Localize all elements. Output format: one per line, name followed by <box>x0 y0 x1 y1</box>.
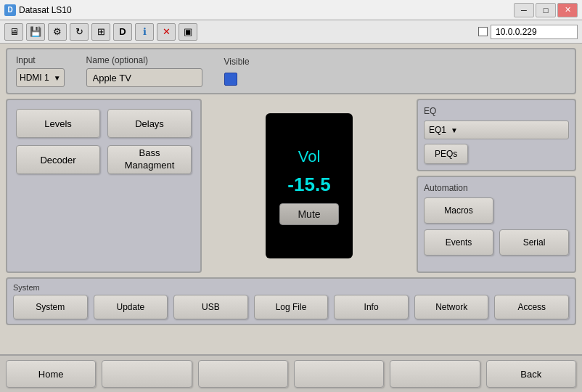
close-button[interactable]: ✕ <box>557 3 578 17</box>
peqs-button[interactable]: PEQs <box>424 144 468 164</box>
window-controls: ─ □ ✕ <box>514 3 578 17</box>
usb-button[interactable]: USB <box>173 295 248 319</box>
app-icon: D <box>4 4 16 16</box>
footer-btn-5[interactable] <box>390 360 480 388</box>
visible-label: Visible <box>224 57 250 67</box>
system-button[interactable]: System <box>13 295 88 319</box>
top-panel: Input HDMI 1 ▼ Name (optional) Visible <box>6 48 576 94</box>
maximize-button[interactable]: □ <box>536 3 556 17</box>
toolbar-save-icon[interactable]: 💾 <box>26 23 45 41</box>
macros-button[interactable]: Macros <box>424 197 493 224</box>
ip-address-input[interactable] <box>491 25 578 39</box>
middle-row: Levels Delays Decoder Bass Managment Vol… <box>6 99 576 273</box>
system-panel: System System Update USB Log File Info N… <box>6 277 576 325</box>
home-button[interactable]: Home <box>6 360 96 388</box>
right-panels: EQ EQ1 ▼ PEQs Automation Macros Events S… <box>417 99 576 273</box>
info-button[interactable]: Info <box>334 295 409 319</box>
name-group: Name (optional) <box>86 55 202 87</box>
eq-select[interactable]: EQ1 ▼ <box>424 121 569 139</box>
bass-management-button[interactable]: Bass Managment <box>107 145 192 174</box>
volume-display: Vol -15.5 Mute <box>266 113 353 258</box>
input-label: Input <box>16 55 36 65</box>
toolbar-d-icon[interactable]: D <box>113 23 132 41</box>
input-value: HDMI 1 <box>20 73 49 83</box>
volume-panel: Vol -15.5 Mute <box>206 99 412 273</box>
toolbar: 🖥 💾 ⚙ ↻ ⊞ D ℹ ✕ ▣ <box>0 20 582 44</box>
visible-checkbox[interactable] <box>224 73 237 86</box>
vol-value: -15.5 <box>287 173 330 196</box>
serial-button[interactable]: Serial <box>499 229 569 256</box>
vol-label: Vol <box>298 147 321 166</box>
name-label: Name (optional) <box>86 55 148 65</box>
back-button[interactable]: Back <box>486 360 576 388</box>
decoder-button[interactable]: Decoder <box>16 145 100 174</box>
toolbar-refresh-icon[interactable]: ↻ <box>70 23 89 41</box>
visible-group: Visible <box>224 57 250 86</box>
name-input[interactable] <box>86 68 202 87</box>
network-button[interactable]: Network <box>414 295 489 319</box>
input-group: Input HDMI 1 ▼ <box>16 55 65 87</box>
delays-button[interactable]: Delays <box>107 109 192 138</box>
automation-grid: Macros Events Serial <box>424 197 569 256</box>
input-select[interactable]: HDMI 1 ▼ <box>16 68 65 87</box>
eq-value: EQ1 <box>429 125 446 135</box>
ip-checkbox[interactable] <box>478 27 488 36</box>
input-dropdown-arrow: ▼ <box>54 74 61 82</box>
window-title: Datasat LS10 <box>19 5 514 15</box>
toolbar-settings-icon[interactable]: ⚙ <box>48 23 67 41</box>
automation-panel: Automation Macros Events Serial <box>417 176 576 273</box>
log-file-button[interactable]: Log File <box>254 295 329 319</box>
main-content: Input HDMI 1 ▼ Name (optional) Visible L… <box>0 44 582 330</box>
minimize-button[interactable]: ─ <box>514 3 534 17</box>
eq-dropdown-arrow: ▼ <box>451 126 458 134</box>
toolbar-grid-icon[interactable]: ▣ <box>179 23 197 41</box>
system-title: System <box>13 283 569 292</box>
footer-btn-2[interactable] <box>102 360 192 388</box>
eq-row: EQ1 ▼ <box>424 121 569 139</box>
footer-btn-3[interactable] <box>198 360 288 388</box>
automation-title: Automation <box>424 183 569 193</box>
access-button[interactable]: Access <box>494 295 569 319</box>
toolbar-close-icon[interactable]: ✕ <box>157 23 176 41</box>
toolbar-info-icon[interactable]: ℹ <box>135 23 154 41</box>
titlebar: D Datasat LS10 ─ □ ✕ <box>0 0 582 20</box>
events-button[interactable]: Events <box>424 229 493 256</box>
toolbar-windows-icon[interactable]: ⊞ <box>91 23 110 41</box>
footer-btn-4[interactable] <box>294 360 384 388</box>
controls-panel: Levels Delays Decoder Bass Managment <box>6 99 202 273</box>
ip-container <box>478 25 578 39</box>
toolbar-monitor-icon[interactable]: 🖥 <box>4 23 23 41</box>
eq-panel: EQ EQ1 ▼ PEQs <box>417 99 576 171</box>
levels-button[interactable]: Levels <box>16 109 100 138</box>
update-button[interactable]: Update <box>94 295 168 319</box>
eq-title: EQ <box>424 106 569 116</box>
mute-button[interactable]: Mute <box>279 203 338 225</box>
system-buttons: System Update USB Log File Info Network … <box>13 295 569 319</box>
footer: Home Back <box>0 354 582 392</box>
